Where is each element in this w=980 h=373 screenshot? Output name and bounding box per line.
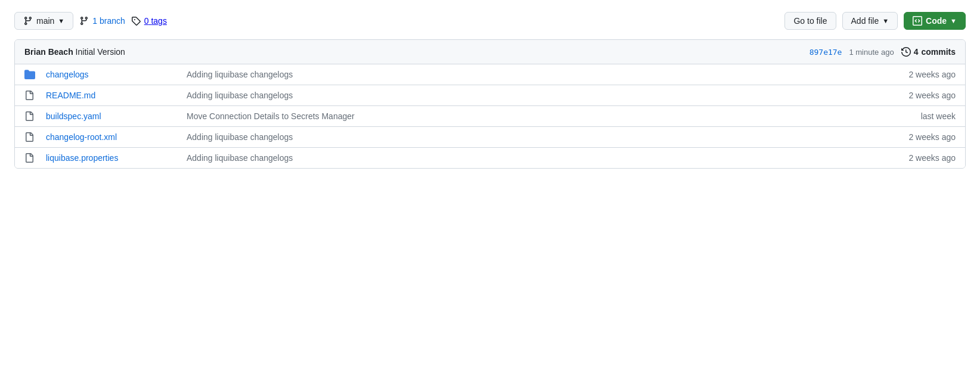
file-icon	[24, 153, 34, 163]
commit-header-left: Brian Beach Initial Version	[24, 47, 125, 57]
file-icon	[24, 111, 34, 122]
file-row-commit-msg: Move Connection Details to Secrets Manag…	[177, 111, 921, 121]
file-row-time: 2 weeks ago	[908, 91, 956, 100]
file-rows-container: changelogs Adding liquibase changelogs 2…	[15, 64, 965, 168]
tag-count-label: tags	[151, 16, 166, 26]
code-icon	[913, 16, 922, 26]
table-row: buildspec.yaml Move Connection Details t…	[15, 106, 965, 127]
branch-count-info: 1 branch	[79, 16, 125, 26]
toolbar-left: main ▼ 1 branch 0 tags	[14, 12, 777, 30]
branch-count-link[interactable]: 1 branch	[92, 16, 125, 26]
table-row: liquibase.properties Adding liquibase ch…	[15, 148, 965, 168]
tag-count-number: 0	[144, 16, 149, 26]
tag-count-link[interactable]: 0 tags	[144, 16, 167, 26]
branch-count-icon	[79, 16, 89, 26]
file-row-commit-msg: Adding liquibase changelogs	[177, 132, 908, 142]
tag-count-info: 0 tags	[131, 16, 167, 26]
file-row-icon	[24, 111, 46, 122]
file-row-name[interactable]: buildspec.yaml	[46, 111, 177, 121]
file-row-icon	[24, 69, 46, 80]
commits-count: 4	[914, 47, 919, 57]
add-file-button[interactable]: Add file ▼	[842, 12, 898, 30]
commits-count-link[interactable]: 4 commits	[901, 47, 956, 57]
file-row-commit-msg: Adding liquibase changelogs	[177, 70, 908, 79]
branch-icon	[23, 16, 33, 26]
commit-header: Brian Beach Initial Version 897e17e 1 mi…	[15, 40, 965, 64]
commits-label: commits	[921, 47, 956, 57]
code-label: Code	[926, 16, 947, 26]
branch-selector-button[interactable]: main ▼	[14, 12, 73, 30]
toolbar-right: Go to file Add file ▼ Code ▼	[784, 12, 966, 30]
file-row-name[interactable]: liquibase.properties	[46, 153, 177, 163]
file-row-name[interactable]: changelog-root.xml	[46, 132, 177, 142]
code-button[interactable]: Code ▼	[904, 12, 966, 30]
file-row-name[interactable]: changelogs	[46, 70, 177, 79]
code-chevron: ▼	[950, 17, 957, 24]
file-row-time: 2 weeks ago	[908, 132, 956, 142]
table-row: README.md Adding liquibase changelogs 2 …	[15, 85, 965, 106]
file-row-time: 2 weeks ago	[908, 153, 956, 163]
file-row-name[interactable]: README.md	[46, 91, 177, 100]
branch-count-label: branch	[100, 16, 125, 26]
file-row-icon	[24, 153, 46, 163]
toolbar: main ▼ 1 branch 0 tags Go to file	[14, 12, 966, 30]
add-file-label: Add file	[851, 16, 879, 26]
table-row: changelog-root.xml Adding liquibase chan…	[15, 127, 965, 148]
file-row-time: 2 weeks ago	[908, 70, 956, 79]
file-icon	[24, 90, 34, 101]
commit-time: 1 minute ago	[849, 48, 894, 57]
tag-icon	[131, 16, 141, 26]
file-row-time: last week	[921, 111, 956, 121]
file-row-icon	[24, 132, 46, 142]
file-row-commit-msg: Adding liquibase changelogs	[177, 153, 908, 163]
file-row-commit-msg: Adding liquibase changelogs	[177, 91, 908, 100]
commit-author: Brian Beach	[24, 47, 73, 57]
branch-count-number: 1	[92, 16, 97, 26]
commit-sha-link[interactable]: 897e17e	[810, 48, 842, 57]
branch-chevron-icon: ▼	[58, 17, 64, 24]
go-to-file-button[interactable]: Go to file	[784, 12, 836, 30]
table-row: changelogs Adding liquibase changelogs 2…	[15, 64, 965, 85]
branch-name: main	[36, 16, 54, 26]
file-table: Brian Beach Initial Version 897e17e 1 mi…	[14, 39, 966, 169]
file-row-icon	[24, 90, 46, 101]
history-icon	[901, 47, 911, 57]
commit-header-right: 897e17e 1 minute ago 4 commits	[810, 47, 956, 57]
commit-message: Initial Version	[76, 47, 125, 57]
go-to-file-label: Go to file	[793, 16, 827, 26]
add-file-chevron: ▼	[882, 17, 889, 24]
file-icon	[24, 132, 34, 142]
folder-icon	[24, 69, 35, 80]
